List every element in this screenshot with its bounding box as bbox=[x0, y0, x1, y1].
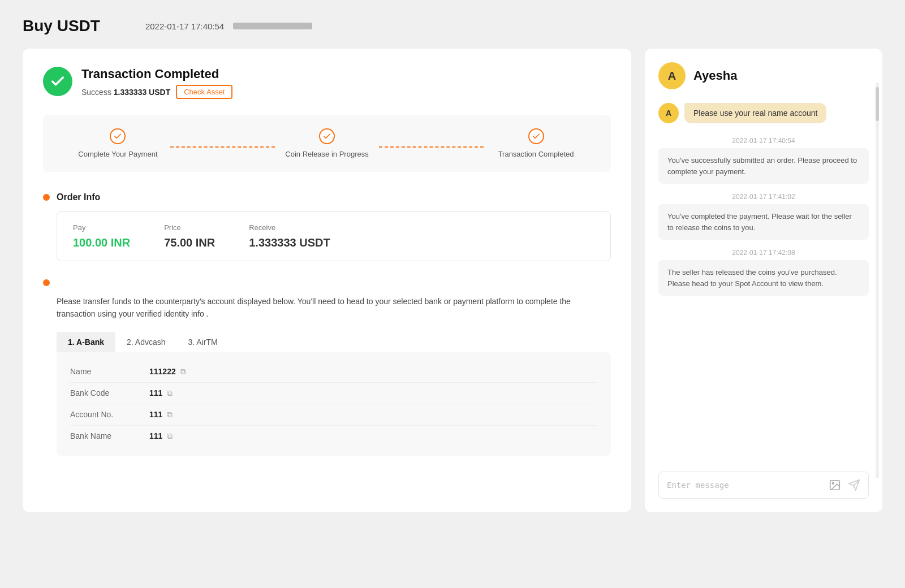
step-connector-2 bbox=[379, 146, 484, 148]
right-panel: A Ayesha A Please use your real name acc… bbox=[645, 49, 882, 512]
price-label: Price bbox=[164, 223, 215, 232]
transfer-text: Please transfer funds to the counterpart… bbox=[57, 295, 611, 321]
receive-label: Receive bbox=[249, 223, 330, 232]
main-layout: Transaction Completed Success 1.333333 U… bbox=[23, 49, 882, 512]
scrollbar-thumb[interactable] bbox=[876, 87, 879, 121]
header-timestamp: 2022-01-17 17:40:54 bbox=[145, 21, 224, 31]
page-header: Buy USDT 2022-01-17 17:40:54 bbox=[23, 17, 882, 35]
bank-tab-1[interactable]: 1. A-Bank bbox=[57, 332, 115, 352]
send-button[interactable] bbox=[848, 479, 860, 491]
field-name-label: Name bbox=[70, 367, 149, 376]
pay-value: 100.00 INR bbox=[73, 236, 130, 249]
copy-icon-name[interactable]: ⧉ bbox=[180, 367, 186, 377]
step-3: Transaction Completed bbox=[484, 128, 588, 158]
success-text: Success 1.333333 USDT bbox=[81, 88, 170, 97]
order-info-header: Order Info bbox=[43, 192, 611, 202]
tx-title: Transaction Completed bbox=[81, 67, 232, 81]
step-3-circle bbox=[528, 128, 544, 144]
step-2: Coin Release in Progress bbox=[275, 128, 380, 158]
bank-row-name: Name 111222 ⧉ bbox=[70, 361, 597, 383]
chat-username: Ayesha bbox=[693, 68, 737, 83]
header-meta: 2022-01-17 17:40:54 bbox=[145, 21, 312, 31]
user-avatar-large: A bbox=[658, 62, 686, 89]
chat-input[interactable] bbox=[667, 481, 822, 490]
user-avatar-small: A bbox=[658, 103, 679, 123]
bank-tab-2[interactable]: 2. Advcash bbox=[115, 332, 177, 352]
chat-input-row bbox=[658, 472, 869, 499]
step-connector-1 bbox=[170, 146, 275, 148]
system-message-1: You've successfully submitted an order. … bbox=[658, 148, 869, 184]
field-bankname-value: 111 bbox=[149, 431, 162, 440]
header-id-bar bbox=[233, 23, 312, 29]
chat-user-header: A Ayesha bbox=[658, 62, 869, 89]
bank-row-code: Bank Code 111 ⧉ bbox=[70, 383, 597, 404]
bank-row-bankname: Bank Name 111 ⧉ bbox=[70, 426, 597, 447]
chat-messages: A Please use your real name account 2022… bbox=[658, 103, 869, 462]
field-name-value: 111222 bbox=[149, 367, 176, 376]
left-panel: Transaction Completed Success 1.333333 U… bbox=[23, 49, 631, 512]
steps-row: Complete Your Payment Coin Release in Pr… bbox=[66, 128, 588, 158]
pay-label: Pay bbox=[73, 223, 130, 232]
step-2-label: Coin Release in Progress bbox=[285, 150, 368, 158]
field-code-value: 111 bbox=[149, 388, 162, 397]
success-icon bbox=[43, 67, 72, 96]
step-1: Complete Your Payment bbox=[66, 128, 170, 158]
svg-point-1 bbox=[832, 482, 834, 484]
tx-amount: 1.333333 USDT bbox=[114, 88, 170, 97]
step-2-circle bbox=[319, 128, 335, 144]
system-message-3: The seller has released the coins you've… bbox=[658, 260, 869, 296]
copy-icon-account[interactable]: ⧉ bbox=[167, 410, 173, 420]
steps-container: Complete Your Payment Coin Release in Pr… bbox=[43, 115, 611, 172]
user-bubble-row: A Please use your real name account bbox=[658, 103, 869, 123]
page-title: Buy USDT bbox=[23, 17, 100, 35]
bank-info-table: Name 111222 ⧉ Bank Code 111 ⧉ Account No… bbox=[57, 352, 611, 456]
scrollbar-track[interactable] bbox=[876, 83, 879, 478]
system-message-2: You've completed the payment. Please wai… bbox=[658, 204, 869, 240]
bank-tabs: 1. A-Bank 2. Advcash 3. AirTM bbox=[57, 332, 611, 352]
receive-value: 1.333333 USDT bbox=[249, 236, 330, 249]
step-3-label: Transaction Completed bbox=[498, 150, 574, 158]
transfer-header bbox=[43, 279, 611, 286]
copy-icon-bankname[interactable]: ⧉ bbox=[167, 431, 173, 441]
transaction-header: Transaction Completed Success 1.333333 U… bbox=[43, 67, 611, 99]
order-info-title: Order Info bbox=[57, 192, 100, 202]
field-account-value: 111 bbox=[149, 410, 162, 419]
pay-field: Pay 100.00 INR bbox=[73, 223, 130, 249]
step-1-label: Complete Your Payment bbox=[78, 150, 157, 158]
tx-info: Transaction Completed Success 1.333333 U… bbox=[81, 67, 232, 99]
copy-icon-code[interactable]: ⧉ bbox=[167, 388, 173, 398]
bank-row-account: Account No. 111 ⧉ bbox=[70, 404, 597, 426]
tx-subtitle: Success 1.333333 USDT Check Asset bbox=[81, 85, 232, 99]
user-bubble: Please use your real name account bbox=[684, 103, 826, 123]
timestamp-1: 2022-01-17 17:40:54 bbox=[658, 137, 869, 145]
price-value: 75.00 INR bbox=[164, 236, 215, 249]
timestamp-3: 2022-01-17 17:42:08 bbox=[658, 249, 869, 257]
timestamp-2: 2022-01-17 17:41:02 bbox=[658, 193, 869, 201]
field-bankname-label: Bank Name bbox=[70, 431, 149, 440]
field-account-label: Account No. bbox=[70, 410, 149, 419]
order-info-box: Pay 100.00 INR Price 75.00 INR Receive 1… bbox=[57, 211, 611, 261]
step-1-circle bbox=[110, 128, 126, 144]
order-info-dot bbox=[43, 194, 50, 201]
check-asset-button[interactable]: Check Asset bbox=[176, 85, 232, 99]
bank-tab-3[interactable]: 3. AirTM bbox=[177, 332, 229, 352]
price-field: Price 75.00 INR bbox=[164, 223, 215, 249]
field-code-label: Bank Code bbox=[70, 388, 149, 397]
receive-field: Receive 1.333333 USDT bbox=[249, 223, 330, 249]
attach-image-button[interactable] bbox=[828, 478, 842, 492]
transfer-dot bbox=[43, 279, 50, 286]
